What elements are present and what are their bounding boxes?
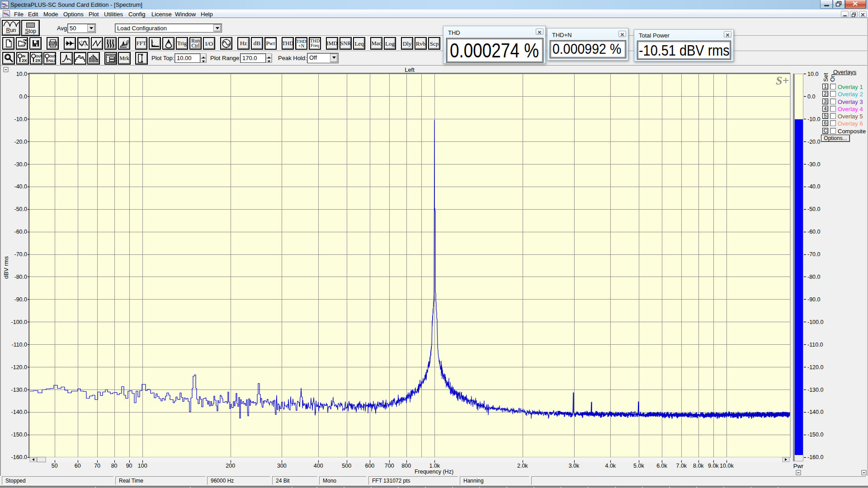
svg-text:800: 800 [401,463,411,469]
svg-text:100: 100 [138,463,147,469]
svg-text:90: 90 [126,463,132,469]
svg-text:-90.0: -90.0 [807,296,821,303]
svg-text:-60.0: -60.0 [14,229,28,235]
svg-text:200: 200 [226,463,235,469]
svg-text:-70.0: -70.0 [14,251,28,258]
svg-text:OUT: OUT [36,55,42,58]
svg-text:10.0: 10.0 [807,71,818,77]
svg-text:-30.0: -30.0 [14,161,28,168]
svg-text:60: 60 [75,463,81,469]
svg-text:700: 700 [385,463,394,469]
svg-text:5.0k: 5.0k [633,463,644,469]
svg-text:S+: S+ [776,74,789,87]
svg-text:70: 70 [94,463,100,469]
svg-text:7.0k: 7.0k [676,463,687,469]
svg-text:-20.0: -20.0 [807,139,821,145]
svg-text:-100.0: -100.0 [807,319,823,325]
svg-text:FULL: FULL [48,59,55,62]
svg-text:0.0: 0.0 [19,94,27,100]
svg-text:-140.0: -140.0 [11,409,27,415]
svg-text:8.0k: 8.0k [693,463,704,469]
svg-text:-150.0: -150.0 [807,432,823,438]
svg-text:-110.0: -110.0 [807,342,823,348]
svg-text:-120.0: -120.0 [807,364,823,371]
svg-text:50: 50 [52,463,58,469]
svg-text:600: 600 [365,463,374,469]
svg-text:500: 500 [342,463,351,469]
svg-text:Left: Left [405,66,415,73]
svg-text:-10.0: -10.0 [14,116,28,122]
svg-text:Frequency (Hz): Frequency (Hz) [415,469,453,475]
svg-text:6.0k: 6.0k [656,463,667,469]
svg-text:2X: 2X [35,58,41,63]
svg-text:-100.0: -100.0 [11,319,27,325]
svg-text:-150.0: -150.0 [11,432,27,438]
svg-text:2.0k: 2.0k [517,463,528,469]
svg-text:2X: 2X [22,58,27,63]
svg-text:1.0k: 1.0k [429,463,440,469]
svg-text:-10.0: -10.0 [807,116,821,122]
svg-text:-50.0: -50.0 [807,206,821,212]
svg-text:-160.0: -160.0 [807,454,823,460]
svg-text:-40.0: -40.0 [807,183,821,190]
svg-text:-50.0: -50.0 [14,206,28,212]
svg-text:dBV rms: dBV rms [3,256,9,279]
svg-text:-70.0: -70.0 [807,251,821,258]
svg-text:10.0: 10.0 [16,71,27,77]
svg-text:-120.0: -120.0 [11,364,27,371]
svg-text:400: 400 [314,463,323,469]
svg-text:80: 80 [111,463,118,469]
svg-text:-30.0: -30.0 [807,161,821,168]
svg-text:-20.0: -20.0 [14,139,28,145]
svg-text:10.0k: 10.0k [720,463,734,469]
svg-text:0.0: 0.0 [807,94,815,100]
svg-text:-60.0: -60.0 [807,229,821,235]
svg-text:300: 300 [277,463,287,469]
svg-text:4.0k: 4.0k [605,463,616,469]
svg-text:-160.0: -160.0 [11,454,27,460]
svg-text:-40.0: -40.0 [14,183,28,190]
svg-text:9.0k: 9.0k [708,463,719,469]
svg-text:3.0k: 3.0k [569,463,580,469]
svg-text:SC: SC [2,5,6,9]
svg-text:-80.0: -80.0 [14,274,28,280]
svg-text:-140.0: -140.0 [807,409,823,415]
svg-text:Pwr: Pwr [793,463,804,469]
svg-text:-110.0: -110.0 [11,342,27,348]
svg-text:-90.0: -90.0 [14,296,28,303]
svg-text:IN: IN [22,55,25,58]
svg-text:-130.0: -130.0 [807,387,823,393]
svg-text:-80.0: -80.0 [807,274,821,280]
svg-text:-130.0: -130.0 [11,387,27,393]
svg-text:OUT: OUT [49,55,55,58]
